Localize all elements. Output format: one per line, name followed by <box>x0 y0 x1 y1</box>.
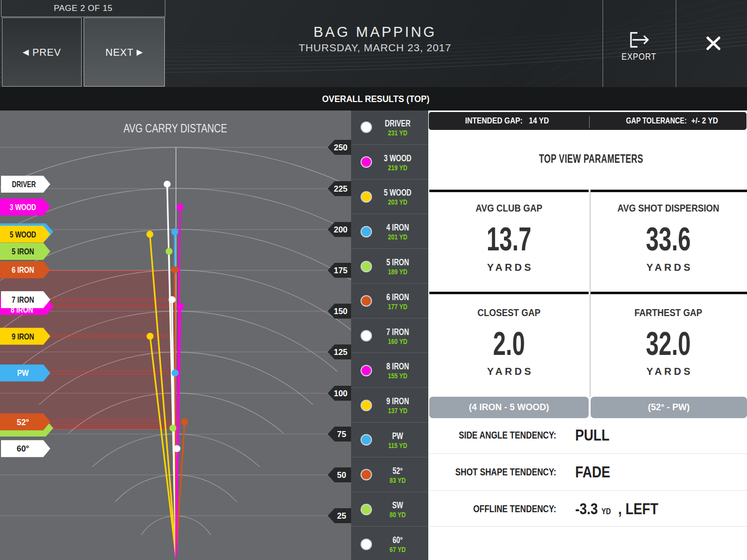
svg-text:225: 225 <box>334 184 348 193</box>
svg-text:250: 250 <box>334 143 348 152</box>
svg-text:50: 50 <box>337 470 346 479</box>
svg-text:25: 25 <box>337 511 346 520</box>
svg-text:100: 100 <box>334 389 348 398</box>
svg-text:60°: 60° <box>17 444 29 453</box>
svg-text:200: 200 <box>334 225 348 234</box>
svg-text:6 IRON: 6 IRON <box>12 265 34 274</box>
svg-text:EXPORT: EXPORT <box>622 51 656 62</box>
svg-text:175: 175 <box>334 266 348 275</box>
svg-text:125: 125 <box>334 347 348 356</box>
svg-text:7 IRON: 7 IRON <box>12 295 34 304</box>
svg-text:5 WOOD: 5 WOOD <box>10 230 36 239</box>
svg-text:150: 150 <box>334 307 348 316</box>
svg-text:52°: 52° <box>17 418 29 427</box>
svg-text:3 WOOD: 3 WOOD <box>10 203 36 212</box>
svg-text:AVG CARRY DISTANCE: AVG CARRY DISTANCE <box>124 122 227 135</box>
svg-text:5 IRON: 5 IRON <box>12 247 34 256</box>
svg-text:PW: PW <box>17 368 29 377</box>
svg-text:75: 75 <box>337 430 346 439</box>
svg-text:9 IRON: 9 IRON <box>12 332 34 341</box>
svg-text:DRIVER: DRIVER <box>12 180 36 189</box>
